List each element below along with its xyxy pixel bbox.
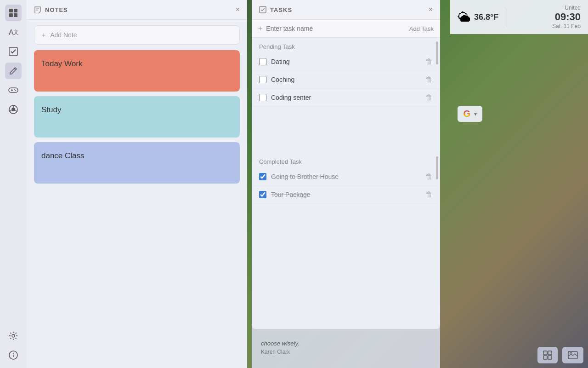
task-input-row: + Add Task bbox=[252, 20, 440, 38]
sidebar: A 文 bbox=[0, 0, 27, 368]
weather-date: Sat, 11 Feb bbox=[552, 23, 581, 29]
tasks-header-left: TASKS bbox=[259, 6, 292, 13]
task-name-input[interactable] bbox=[266, 25, 405, 32]
add-task-button[interactable]: Add Task bbox=[409, 25, 434, 32]
task-input-plus: + bbox=[258, 24, 262, 33]
notes-header: NOTES × bbox=[27, 0, 247, 20]
add-note-button[interactable]: + Add Note bbox=[34, 25, 240, 45]
task-checkbox-brother-house[interactable] bbox=[259, 173, 266, 180]
completed-section-label: Completed Task bbox=[252, 153, 440, 168]
note-title-dance-class: dance Class bbox=[41, 151, 85, 161]
pending-section-label: Pending Task bbox=[252, 38, 440, 53]
task-label-dating: Dating bbox=[271, 58, 421, 65]
task-checkbox-coching[interactable] bbox=[259, 76, 266, 83]
note-card-today-work[interactable]: Today Work bbox=[34, 50, 240, 92]
notes-icon bbox=[34, 6, 41, 13]
taskbar-icon-2 bbox=[568, 351, 578, 359]
sidebar-item-checklist[interactable] bbox=[5, 43, 22, 60]
weather-right: United 09:30 Sat, 11 Feb bbox=[515, 5, 581, 29]
task-label-brother-house: Going to Brother House bbox=[271, 173, 421, 180]
svg-line-15 bbox=[10, 110, 11, 112]
task-item-coching: Coching 🗑 bbox=[252, 71, 440, 89]
sidebar-item-edit[interactable] bbox=[5, 63, 22, 79]
quote-panel: choose wisely. Karen Clark bbox=[252, 327, 440, 368]
google-widget[interactable]: G ▾ bbox=[458, 106, 482, 122]
svg-rect-0 bbox=[9, 9, 13, 12]
notes-header-left: NOTES bbox=[34, 6, 68, 13]
task-checkbox-dating[interactable] bbox=[259, 58, 266, 65]
taskbar-widgets bbox=[537, 347, 583, 363]
taskbar-icon-1 bbox=[543, 351, 552, 360]
sidebar-item-info[interactable] bbox=[5, 347, 22, 363]
svg-rect-7 bbox=[9, 88, 18, 92]
task-checkbox-tour-package[interactable] bbox=[259, 191, 266, 198]
svg-rect-27 bbox=[548, 356, 552, 359]
svg-point-17 bbox=[12, 334, 15, 337]
weather-widget: 🌥 36.8°F United 09:30 Sat, 11 Feb bbox=[450, 0, 588, 34]
taskbar-button-1[interactable] bbox=[537, 347, 558, 363]
task-delete-coding-senter[interactable]: 🗑 bbox=[425, 93, 433, 102]
notes-list: Today Work Study dance Class bbox=[27, 50, 247, 184]
svg-text:文: 文 bbox=[13, 29, 18, 35]
task-delete-coching[interactable]: 🗑 bbox=[425, 75, 433, 84]
completed-scroll-indicator bbox=[436, 156, 438, 179]
note-card-dance-class[interactable]: dance Class bbox=[34, 142, 240, 184]
notes-title: NOTES bbox=[45, 6, 68, 13]
note-title-study: Study bbox=[41, 105, 61, 115]
sidebar-item-grid[interactable] bbox=[5, 5, 22, 21]
svg-rect-1 bbox=[14, 9, 17, 12]
task-delete-brother-house[interactable]: 🗑 bbox=[425, 172, 433, 181]
sidebar-item-settings[interactable] bbox=[5, 328, 22, 344]
svg-rect-24 bbox=[543, 351, 547, 355]
task-label-tour-package: Tour Package bbox=[271, 191, 421, 198]
svg-line-16 bbox=[16, 110, 17, 112]
weather-time: 09:30 bbox=[555, 11, 581, 23]
add-note-plus: + bbox=[42, 31, 45, 39]
weather-left: 🌥 36.8°F bbox=[458, 10, 498, 25]
sidebar-item-chrome[interactable] bbox=[5, 101, 22, 118]
weather-temperature: 36.8°F bbox=[474, 12, 498, 22]
taskbar-button-2[interactable] bbox=[562, 347, 583, 363]
task-delete-dating[interactable]: 🗑 bbox=[425, 58, 433, 66]
note-card-study[interactable]: Study bbox=[34, 96, 240, 138]
quote-author: Karen Clark bbox=[261, 349, 431, 355]
svg-rect-3 bbox=[14, 13, 17, 17]
tasks-body: Pending Task Dating 🗑 Coching 🗑 Coding s… bbox=[252, 38, 440, 329]
notes-close-button[interactable]: × bbox=[236, 6, 240, 14]
svg-point-11 bbox=[15, 90, 16, 91]
tasks-header: TASKS × bbox=[252, 0, 440, 20]
tasks-panel: TASKS × + Add Task Pending Task Dating 🗑… bbox=[252, 0, 440, 329]
svg-point-29 bbox=[570, 352, 572, 354]
task-label-coching: Coching bbox=[271, 76, 421, 83]
task-checkbox-coding-senter[interactable] bbox=[259, 94, 266, 101]
sidebar-item-translate[interactable]: A 文 bbox=[5, 24, 22, 40]
svg-point-20 bbox=[13, 353, 14, 354]
weather-cloud-icon: 🌥 bbox=[458, 10, 470, 25]
task-item-dating: Dating 🗑 bbox=[252, 53, 440, 71]
note-title-today-work: Today Work bbox=[41, 59, 82, 69]
svg-rect-2 bbox=[9, 13, 13, 17]
tasks-close-button[interactable]: × bbox=[429, 6, 433, 14]
google-chevron-icon: ▾ bbox=[474, 111, 477, 117]
task-delete-tour-package[interactable]: 🗑 bbox=[425, 190, 433, 199]
svg-rect-26 bbox=[543, 356, 547, 359]
add-note-label: Add Note bbox=[50, 31, 77, 39]
svg-rect-25 bbox=[548, 351, 552, 355]
sidebar-item-gamepad[interactable] bbox=[5, 82, 22, 98]
google-letter: G bbox=[463, 109, 470, 119]
pending-scroll-indicator bbox=[436, 41, 438, 64]
tasks-title: TASKS bbox=[270, 6, 292, 13]
quote-text: choose wisely. bbox=[261, 340, 431, 347]
tasks-icon bbox=[259, 6, 266, 13]
task-label-coding-senter: Coding senter bbox=[271, 94, 421, 101]
svg-point-13 bbox=[11, 108, 15, 111]
weather-divider bbox=[507, 8, 507, 26]
task-item-brother-house: Going to Brother House 🗑 bbox=[252, 168, 440, 186]
weather-location: United bbox=[565, 5, 581, 11]
task-item-tour-package: Tour Package 🗑 bbox=[252, 186, 440, 204]
svg-point-10 bbox=[14, 89, 15, 90]
notes-panel: NOTES × + Add Note Today Work Study danc… bbox=[27, 0, 247, 368]
task-item-coding-senter: Coding senter 🗑 bbox=[252, 89, 440, 107]
